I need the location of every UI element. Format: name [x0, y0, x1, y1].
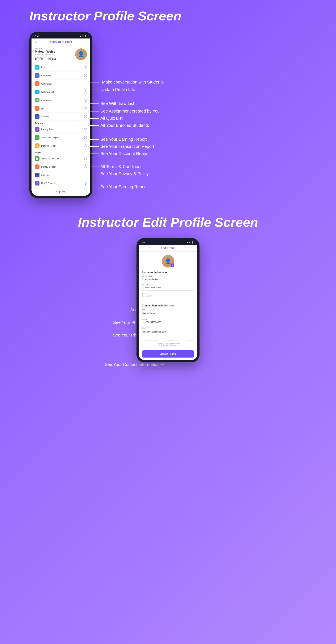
menu-item-privacy[interactable]: 🔒 Privacy & Policy ›	[31, 163, 90, 171]
ann-earning-text: See Your Earning Report	[100, 137, 147, 142]
instructor-label: Instructor	[35, 48, 56, 50]
field-label-address: Address	[142, 292, 194, 294]
ann-help-text: See Your Earning Report	[100, 184, 147, 189]
contact-email-field: Email maleahweiss@gmail.com	[142, 327, 194, 335]
section1-title: Instructor Profile Screen	[21, 8, 315, 23]
ann-students: All Your Enrolled Students	[88, 123, 149, 128]
edit-phone-header: ☰ Edit Profile	[139, 245, 197, 252]
edit-phone-screen: 9:41 ▲ ✦ 🔋 ☰ Edit Profile 👤 ✎ Instructor…	[139, 240, 197, 360]
ann-discount: See Your Discount Report	[88, 151, 149, 156]
quiz-label: Quiz	[41, 107, 46, 110]
ann-assignment: See Assignment created by You	[88, 109, 160, 114]
edit-avatar-badge: ✎	[170, 263, 174, 267]
edit-avatar-container: 👤 ✎	[139, 252, 197, 269]
ann-quiz-text: All Quiz List	[100, 116, 123, 121]
about-label: About us	[41, 174, 49, 176]
stat-label-reviews: Reviews	[47, 56, 56, 58]
inbox-icon: ✉	[35, 65, 39, 70]
profile-text: Instructor Maleah Weiss Software Enginee…	[35, 48, 56, 60]
withdrawlist-arrow: ›	[84, 90, 87, 94]
menu-item-withdrawal[interactable]: $ Withdrawal	[31, 80, 90, 88]
discount-label: Discount Report	[41, 145, 56, 147]
assignment-arrow: ›	[84, 99, 87, 102]
contact-info-section: Contact Person Information Name Maleah W…	[139, 302, 197, 338]
menu-item-editprofile[interactable]: ✎ Edit Profile ›	[31, 72, 90, 80]
instructor-info-title: Instructor Information	[142, 271, 194, 274]
field-person-name: Person Name Maleah Weiss	[142, 276, 194, 282]
edit-avatar[interactable]: 👤 ✎	[162, 255, 174, 268]
menu-item-students[interactable]: 👥 Students ›	[31, 112, 90, 121]
edit-header-title: Edit Profile	[161, 246, 175, 250]
menu-item-about[interactable]: ℹ About us	[31, 171, 90, 179]
profile-subtitle: Software Engineer,Author	[35, 54, 56, 55]
reports-section-label: Reports	[31, 121, 90, 125]
section1-container: 9:41 ▲ ✦ 🔋 ☰ Instructor Profile Instruct…	[21, 32, 315, 198]
terms-label: Terms & Conditions	[41, 158, 59, 160]
status-bar-2: 9:41 ▲ ✦ 🔋	[139, 240, 197, 245]
header-title-1: Instructor Profile	[50, 40, 72, 43]
menu-item-quiz[interactable]: ? Quiz ›	[31, 104, 90, 112]
edit-menu-icon[interactable]: ☰	[142, 246, 145, 250]
instructor-info-section: Instructor Information Person Name Malea…	[139, 269, 197, 302]
assignment-icon: 📋	[35, 98, 39, 102]
ann-withdrawlist: See Withdraw List	[88, 101, 134, 106]
withdrawlist-icon: ≡	[35, 90, 39, 94]
avatar: 👤	[75, 48, 87, 60]
withdrawal-label: Withdrawal	[41, 83, 51, 85]
dropdown-arrow[interactable]: ▼	[192, 321, 194, 324]
reports-list: ₮ Earning Report › ↔ Transaction Report …	[31, 125, 90, 150]
account-note: To Change Account Information Kindly Con…	[142, 340, 194, 348]
update-profile-button[interactable]: Update Profile	[142, 350, 194, 358]
contact-phone-label: Phone	[142, 319, 194, 320]
profile-stats: Total Students 132,258 Reviews 132,258	[35, 56, 56, 60]
ann-quiz: All Quiz List	[88, 116, 123, 121]
contact-email-value: maleahweiss@gmail.com	[142, 330, 166, 333]
menu-list: ✉ Inbox › ✎ Edit Profile › $ Withdrawal	[31, 63, 90, 121]
status-icons-1: ▲ ✦ 🔋	[80, 35, 87, 37]
stat-reviews: Reviews 132,258	[47, 56, 56, 60]
help-arrow: ›	[84, 182, 87, 185]
menu-icon-1[interactable]: ☰	[35, 40, 38, 44]
menu-item-assignment[interactable]: 📋 Assignment ›	[31, 96, 90, 104]
menu-item-transaction[interactable]: ↔ Transaction Report ›	[31, 134, 90, 142]
ann-transaction-text: See Your Transaction Report	[100, 144, 154, 149]
section2-container: See Your Name See Your Phone Number See …	[21, 238, 315, 362]
menu-item-help[interactable]: ? Help & Support ›	[31, 179, 90, 188]
assignment-label: Assignment	[41, 99, 52, 101]
ann-transaction: See Your Transaction Report	[88, 144, 154, 149]
discount-arrow: ›	[84, 144, 87, 147]
editprofile-arrow: ›	[84, 74, 87, 77]
menu-item-inbox[interactable]: ✉ Inbox ›	[31, 63, 90, 72]
profile-card: Instructor Maleah Weiss Software Enginee…	[31, 45, 90, 63]
contact-email-label: Email	[142, 327, 194, 329]
field-address: Address German	[142, 292, 194, 299]
menu-item-withdrawlist[interactable]: ≡ Withdraw List ›	[31, 88, 90, 96]
menu-item-terms[interactable]: 📄 Terms & Conditions ›	[31, 154, 90, 163]
contact-info-title: Contact Person Information	[142, 304, 194, 307]
field-value-name: Maleah Weiss	[145, 278, 158, 280]
section2-title: Instructor Edit Profile Screen	[21, 215, 315, 230]
ann-editprofile-text: Update Profile Info	[100, 87, 135, 92]
ann-inbox-text: Make conversation with Students	[102, 80, 164, 84]
menu-item-earning[interactable]: ₮ Earning Report ›	[31, 125, 90, 134]
terms-icon: 📄	[35, 156, 39, 161]
ann-assignment-text: See Assignment created by You	[100, 109, 160, 114]
ann-inbox: Make conversation with Students	[88, 80, 164, 84]
contact-phone-value: +8801543834976	[145, 321, 161, 324]
profile-name: Maleah Weiss	[35, 50, 56, 54]
time-2: 9:41	[142, 242, 147, 244]
field-value-phone: +8801543834976	[145, 286, 161, 289]
privacy-label: Privacy & Policy	[41, 166, 56, 168]
discount-icon: %	[35, 144, 39, 148]
stat-value-reviews: 132,258	[47, 58, 56, 60]
ann-privacy-text: See Your Privacy & Policy	[100, 172, 149, 176]
inbox-label: Inbox	[41, 66, 46, 68]
menu-item-discount[interactable]: % Discount Report ›	[31, 142, 90, 150]
pages-section-label: Pages	[31, 150, 90, 154]
contact-name-value: Maleah Weiss	[142, 312, 155, 315]
edit-phone-frame: 9:41 ▲ ✦ 🔋 ☰ Edit Profile 👤 ✎ Instructor…	[137, 238, 199, 362]
ann-students-text: All Your Enrolled Students	[100, 123, 149, 128]
field-label-name: Person Name	[142, 276, 194, 278]
sign-out-button[interactable]: Sign out	[31, 188, 90, 196]
status-bar-1: 9:41 ▲ ✦ 🔋	[31, 34, 90, 38]
